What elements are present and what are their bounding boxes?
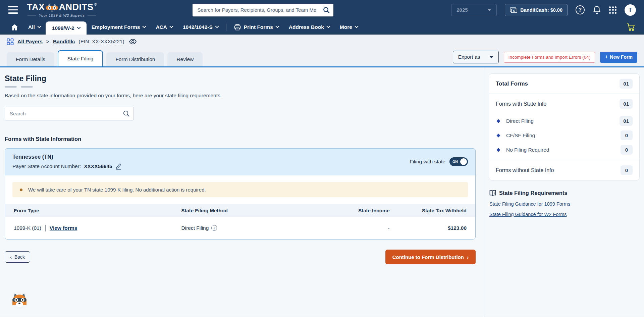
chevron-right-icon: ›: [467, 254, 469, 260]
export-as-button[interactable]: Export as: [453, 51, 499, 63]
nav-aca[interactable]: ACA: [151, 20, 178, 35]
tax-year-dropdown[interactable]: 2025: [451, 4, 497, 16]
apps-grid-icon[interactable]: [609, 6, 616, 14]
guidance-w2-link[interactable]: State Filing Guidance for W2 Forms: [489, 212, 567, 217]
notifications-bell-icon[interactable]: [593, 5, 601, 14]
continue-label: Continue to Form Distribution: [392, 254, 464, 260]
global-search-input[interactable]: [193, 4, 333, 16]
payers-grid-icon: [7, 38, 14, 45]
chevron-down-icon: [77, 25, 80, 29]
banner-text: We will take care of your TN state 1099-…: [28, 187, 206, 193]
user-avatar[interactable]: T: [625, 4, 636, 16]
tab-form-distribution-label: Form Distribution: [115, 56, 155, 62]
requirements-title-label: State Filing Requirements: [499, 190, 568, 196]
chevron-down-icon: [487, 9, 491, 11]
tab-form-details[interactable]: Form Details: [7, 52, 54, 66]
help-icon[interactable]: ?: [576, 5, 585, 14]
col-form-type: Form Type: [14, 208, 181, 213]
chevron-down-icon: [326, 24, 330, 28]
tax-year-value: 2025: [457, 7, 468, 13]
nav-home[interactable]: [6, 20, 23, 35]
content: State Filing Based on the state informat…: [0, 67, 644, 316]
chevron-left-icon: ‹: [10, 254, 12, 260]
export-as-label: Export as: [458, 54, 480, 60]
direct-filing-label: Direct Filing: [506, 118, 534, 124]
nav-employment-forms-label: Employment Forms: [92, 24, 140, 30]
eye-icon[interactable]: [129, 39, 137, 45]
bullet-dot-icon: [20, 189, 22, 191]
account-number-value: XXXX56645: [84, 163, 112, 169]
new-form-button[interactable]: + New Form: [600, 52, 637, 63]
tab-review[interactable]: Review: [167, 52, 203, 66]
nav-address-book[interactable]: Address Book: [284, 20, 335, 35]
chevron-down-icon: [215, 24, 219, 28]
footer-actions: ‹ Back Continue to Form Distribution ›: [5, 250, 476, 264]
summary-sidebar: Total Forms 01 Forms with State Info 01 …: [484, 67, 644, 316]
page-tabs-row: Form Details State Filing Form Distribut…: [0, 49, 644, 67]
logo-text-andits: ANDITS: [59, 3, 94, 12]
hamburger-menu-icon[interactable]: [8, 6, 18, 14]
nav-more[interactable]: More: [335, 20, 363, 35]
logo-registered-mark: ®: [94, 3, 97, 6]
nav-all-label: All: [28, 24, 35, 30]
banditcash-label: BanditCash: $0.00: [520, 7, 562, 13]
edit-pencil-icon[interactable]: [115, 163, 122, 170]
global-search: [193, 4, 333, 16]
toggle-on-label: ON: [452, 160, 458, 164]
state-income-value: -: [281, 225, 390, 231]
forms-with-state-info-title: Forms with State Information: [5, 136, 484, 142]
banditcash-button[interactable]: $ BanditCash: $0.00: [505, 4, 568, 16]
tab-toolbar: Export as Incomplete Forms and Import Er…: [453, 51, 637, 63]
search-icon[interactable]: [123, 110, 130, 117]
taxbandits-logo[interactable]: TAX ANDITS ® Your 1099 & W2 Experts: [27, 3, 97, 17]
nav-employment-forms[interactable]: Employment Forms: [87, 20, 151, 35]
toggle-knob: [460, 158, 467, 165]
tab-state-filing[interactable]: State Filing: [58, 50, 103, 66]
avatar-initial: T: [629, 7, 632, 13]
svg-text:$: $: [513, 9, 515, 12]
incomplete-forms-button[interactable]: Incomplete Forms and Import Errors (04): [504, 52, 595, 63]
no-filing-required-label: No Filing Required: [506, 147, 549, 153]
bandit-mask-icon: [45, 3, 59, 12]
view-forms-link[interactable]: View forms: [50, 225, 77, 231]
filing-method-value: Direct Filing: [181, 225, 209, 231]
direct-filing-count: 01: [620, 116, 633, 126]
col-state-income: State Income: [281, 208, 390, 213]
main-nav: All 1099/W-2 Employment Forms ACA 1042/1…: [0, 20, 644, 35]
title-underline-decoration: [5, 86, 484, 88]
forms-table-header: Form Type State Filing Method State Inco…: [5, 204, 475, 217]
cart-icon: [627, 23, 635, 31]
tab-form-distribution[interactable]: Form Distribution: [106, 52, 164, 66]
breadcrumb-all-payers[interactable]: All Payers: [17, 39, 43, 45]
account-number-label: Payer State Account Number:: [12, 163, 81, 169]
nav-print-forms[interactable]: Print Forms: [229, 20, 284, 35]
book-question-icon: ?: [489, 190, 496, 196]
breadcrumb-payer-name[interactable]: Banditllc: [53, 39, 75, 45]
logo-tagline: Your 1099 & W2 Experts: [28, 13, 96, 17]
cart-button[interactable]: [627, 20, 638, 35]
nav-all[interactable]: All: [23, 20, 46, 35]
total-forms-count: 01: [620, 79, 633, 89]
state-search-input[interactable]: [5, 107, 134, 120]
list-item-cfsf-filing: CF/SF Filing 0: [489, 128, 639, 143]
state-filing-section: State Filing Based on the state informat…: [0, 67, 484, 316]
payer-ein: (EIN: XX-XXX5221): [78, 39, 124, 45]
state-filing-info-banner: We will take care of your TN state 1099-…: [12, 182, 468, 197]
forms-without-state-info-label: Forms without State Info: [496, 167, 554, 173]
incomplete-forms-label: Incomplete Forms and Import Errors (04): [508, 55, 591, 60]
continue-to-form-distribution-button[interactable]: Continue to Form Distribution ›: [385, 250, 476, 264]
chat-mascot-widget[interactable]: [10, 290, 29, 309]
guidance-1099-link[interactable]: State Filing Guidance for 1099 Forms: [489, 201, 570, 207]
raccoon-mascot-icon: [10, 290, 29, 309]
filing-with-state-label: Filing with state: [410, 159, 445, 165]
info-icon[interactable]: i: [211, 225, 217, 231]
search-icon[interactable]: [323, 6, 330, 14]
cash-icon: $: [510, 7, 517, 13]
nav-1099-w2[interactable]: 1099/W-2: [46, 21, 87, 35]
filing-with-state-toggle[interactable]: ON: [449, 157, 468, 166]
page-title: State Filing: [5, 74, 484, 83]
form-type-value: 1099-K (01): [14, 225, 41, 231]
back-button[interactable]: ‹ Back: [5, 251, 30, 263]
nav-1042[interactable]: 1042/1042-S: [178, 20, 223, 35]
separator: [45, 225, 46, 231]
